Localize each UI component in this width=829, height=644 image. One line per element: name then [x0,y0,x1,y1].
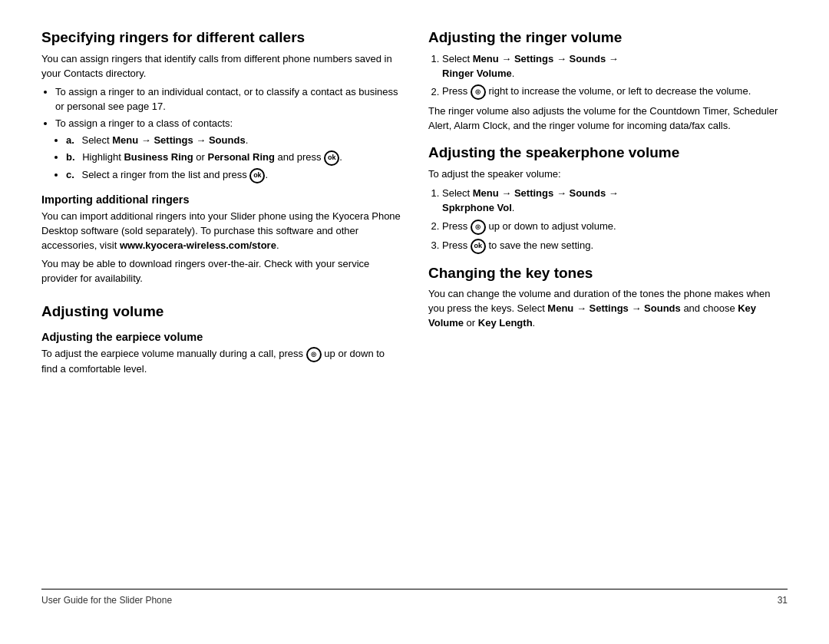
footer-page: 31 [778,595,788,606]
importing-p2: You may be able to download ringers over… [41,257,401,286]
ringer-step-1: Select Menu → Settings → Sounds → Ringer… [442,52,788,81]
specifying-intro: You can assign ringers that identify cal… [41,52,401,81]
spkr-step-3: Press ok to save the new setting. [442,239,788,254]
adjusting-volume-section: Adjusting volume Adjusting the earpiece … [41,303,401,377]
adjusting-volume-title: Adjusting volume [41,303,401,321]
spkr-step-2: Press ◎ up or down to adjust volume. [442,220,788,235]
keytones-title: Changing the key tones [428,265,788,282]
keytones-settings: Settings [590,302,629,314]
keytones-menu: Menu [547,302,573,314]
step-b-personal-ring: Personal Ring [207,151,274,163]
left-column: Specifying ringers for different callers… [41,29,401,589]
right-column: Adjusting the ringer volume Select Menu … [428,29,788,589]
step-c: Select a ringer from the list and press … [66,168,401,183]
specifying-bullets: To assign a ringer to an individual cont… [55,85,401,183]
spkr-step-1: Select Menu → Settings → Sounds → Spkrph… [442,187,788,216]
page: Specifying ringers for different callers… [0,0,829,644]
ringer-vol-title: Adjusting the ringer volume [428,29,788,47]
bullet-item-1: To assign a ringer to an individual cont… [55,85,401,114]
step-a-sounds: Sounds [209,134,246,146]
sub-steps: Select Menu → Settings → Sounds. Highlig… [66,134,401,183]
keytones-p1: You can change the volume and duration o… [428,287,788,331]
nav-icon-ringer: ◎ [471,84,486,100]
ringer-settings: Settings [514,53,553,64]
nav-icon-spkr: ◎ [471,220,486,235]
earpiece-p1: To adjust the earpiece volume manually d… [41,347,401,377]
importing-url: www.kyocera-wireless.com/store [120,239,276,251]
footer: User Guide for the Slider Phone 31 [41,589,788,606]
ringer-step-2: Press ◎ right to increase the volume, or… [442,84,788,100]
step-a-settings: Settings [154,134,193,146]
step-a: Select Menu → Settings → Sounds. [66,134,401,148]
footer-left: User Guide for the Slider Phone [41,595,172,606]
ok-icon-stepc: ok [249,168,265,183]
speakerphone-steps: Select Menu → Settings → Sounds → Spkrph… [442,187,788,254]
ringer-volume-label: Ringer Volume [442,68,512,79]
importing-p1: You can import additional ringers into y… [41,210,401,253]
spkr-menu: Menu [473,187,499,199]
importing-title: Importing additional ringers [41,193,401,206]
spkr-vol-label: Spkrphone Vol [442,202,512,213]
two-column-layout: Specifying ringers for different callers… [41,29,788,589]
ok-icon-spkr: ok [471,239,486,254]
bullet-item-2: To assign a ringer to a class of contact… [55,117,401,183]
ringer-sounds: Sounds [570,53,606,64]
spkr-sounds: Sounds [570,187,606,199]
spkr-settings: Settings [514,187,553,199]
keytones-key-length: Key Length [478,317,533,329]
ringer-menu: Menu [473,53,499,64]
step-a-menu: Menu [112,134,138,146]
step-b-business-ring: Business Ring [124,151,193,163]
ringer-note: The ringer volume also adjusts the volum… [428,104,788,134]
speakerphone-intro: To adjust the speaker volume: [428,167,788,182]
nav-icon-earpiece: ◎ [306,347,322,362]
speakerphone-title: Adjusting the speakerphone volume [428,144,788,162]
keytones-sounds: Sounds [644,302,681,314]
ringer-vol-steps: Select Menu → Settings → Sounds → Ringer… [442,52,788,101]
specifying-title: Specifying ringers for different callers [41,29,401,47]
earpiece-title: Adjusting the earpiece volume [41,331,401,343]
ok-icon-stepb: ok [324,150,339,166]
step-b: Highlight Business Ring or Personal Ring… [66,150,401,166]
